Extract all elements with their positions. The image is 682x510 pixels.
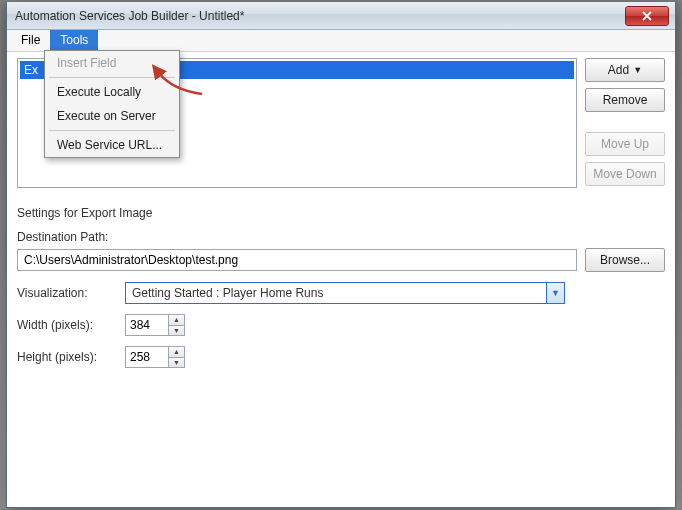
close-icon <box>642 11 652 21</box>
tools-menu: Insert Field Execute Locally Execute on … <box>44 50 180 158</box>
menu-file[interactable]: File <box>11 30 50 51</box>
move-down-button[interactable]: Move Down <box>585 162 665 186</box>
spinner-up-icon[interactable]: ▲ <box>169 315 184 325</box>
chevron-down-icon: ▼ <box>633 65 642 75</box>
menu-execute-locally[interactable]: Execute Locally <box>45 80 179 104</box>
menubar: File Tools <box>7 30 675 52</box>
menu-separator <box>49 130 175 131</box>
menu-separator <box>49 77 175 78</box>
width-label: Width (pixels): <box>17 318 117 332</box>
window-title: Automation Services Job Builder - Untitl… <box>15 9 625 23</box>
spinner-down-icon[interactable]: ▼ <box>169 325 184 336</box>
browse-button[interactable]: Browse... <box>585 248 665 272</box>
visualization-value: Getting Started : Player Home Runs <box>132 286 546 300</box>
height-spinner[interactable]: ▲▼ <box>125 346 185 368</box>
menu-web-service-url[interactable]: Web Service URL... <box>45 133 179 157</box>
menu-insert-field: Insert Field <box>45 51 179 75</box>
remove-button[interactable]: Remove <box>585 88 665 112</box>
settings-heading: Settings for Export Image <box>17 206 665 220</box>
add-button-label: Add <box>608 63 629 77</box>
width-spinner[interactable]: ▲▼ <box>125 314 185 336</box>
task-buttons: Add ▼ Remove Move Up Move Down <box>585 58 665 188</box>
spinner-down-icon[interactable]: ▼ <box>169 357 184 368</box>
spinner-up-icon[interactable]: ▲ <box>169 347 184 357</box>
menu-tools[interactable]: Tools <box>50 30 98 51</box>
chevron-down-icon[interactable]: ▼ <box>546 283 564 303</box>
titlebar: Automation Services Job Builder - Untitl… <box>7 2 675 30</box>
height-label: Height (pixels): <box>17 350 117 364</box>
height-input[interactable] <box>126 347 168 367</box>
add-button[interactable]: Add ▼ <box>585 58 665 82</box>
visualization-combo[interactable]: Getting Started : Player Home Runs ▼ <box>125 282 565 304</box>
move-up-button[interactable]: Move Up <box>585 132 665 156</box>
dest-path-label: Destination Path: <box>17 230 665 244</box>
close-button[interactable] <box>625 6 669 26</box>
visualization-label: Visualization: <box>17 286 117 300</box>
dest-path-input[interactable] <box>17 249 577 271</box>
menu-execute-on-server[interactable]: Execute on Server <box>45 104 179 128</box>
width-input[interactable] <box>126 315 168 335</box>
